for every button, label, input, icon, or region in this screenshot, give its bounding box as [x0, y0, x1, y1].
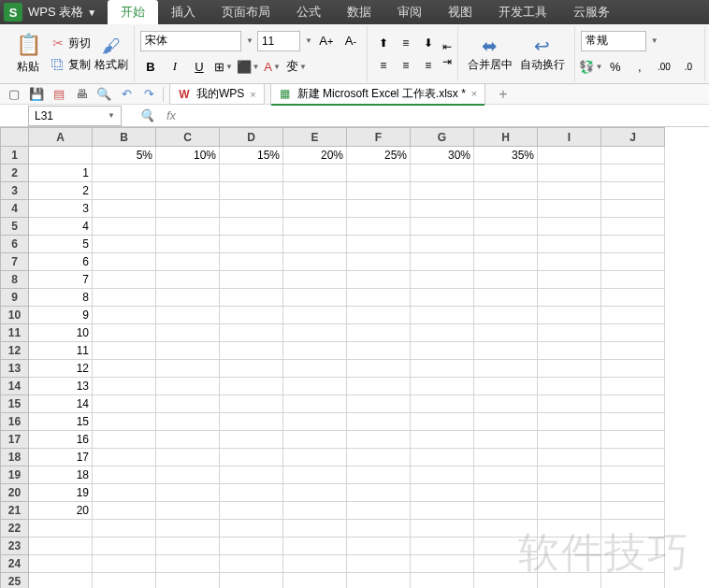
cell[interactable] [283, 200, 347, 218]
row-header[interactable]: 19 [1, 466, 29, 484]
cell[interactable]: 17 [29, 449, 93, 466]
cell[interactable] [93, 360, 156, 378]
cell[interactable] [474, 538, 538, 555]
menu-tab-developer[interactable]: 开发工具 [485, 0, 560, 24]
cell[interactable] [474, 573, 538, 589]
cell[interactable] [538, 538, 601, 555]
column-header[interactable]: H [474, 128, 538, 147]
cell[interactable] [411, 165, 474, 182]
menu-tab-review[interactable]: 审阅 [384, 0, 435, 24]
cell[interactable] [93, 502, 156, 520]
cell[interactable] [93, 289, 156, 307]
cell[interactable] [411, 431, 474, 449]
cell[interactable] [347, 573, 411, 589]
cell[interactable] [220, 165, 283, 182]
cell[interactable] [220, 555, 283, 573]
cell[interactable] [283, 502, 347, 520]
bold-button[interactable]: B [140, 56, 161, 77]
cell[interactable] [411, 253, 474, 271]
cell[interactable] [220, 538, 283, 555]
cell[interactable] [411, 289, 474, 307]
doc-tab-current[interactable]: ▦ 新建 Microsoft Excel 工作表.xlsx * × [270, 83, 485, 106]
cell[interactable] [220, 484, 283, 502]
name-box[interactable]: L31 ▼ [28, 106, 122, 126]
cell[interactable] [411, 466, 474, 484]
cell[interactable] [156, 236, 220, 253]
cell[interactable] [93, 520, 156, 538]
cell[interactable] [220, 466, 283, 484]
cell[interactable] [347, 218, 411, 236]
menu-tab-insert[interactable]: 插入 [158, 0, 209, 24]
row-header[interactable]: 20 [1, 484, 29, 502]
cell[interactable]: 3 [29, 200, 93, 218]
export-pdf-icon[interactable]: ▤ [51, 86, 67, 103]
currency-button[interactable]: 💱▼ [581, 56, 601, 77]
cell[interactable]: 20% [283, 147, 347, 165]
cell[interactable] [93, 342, 156, 360]
cell[interactable] [411, 360, 474, 378]
cell[interactable] [474, 218, 538, 236]
row-header[interactable]: 21 [1, 502, 29, 520]
copy-button[interactable]: ⿻ 复制 [47, 55, 94, 75]
cell[interactable] [601, 147, 665, 165]
cell[interactable] [156, 502, 220, 520]
cell[interactable] [93, 555, 156, 573]
cell[interactable] [601, 520, 665, 538]
cell[interactable] [283, 538, 347, 555]
row-header[interactable]: 11 [1, 324, 29, 342]
row-header[interactable]: 12 [1, 342, 29, 360]
cell[interactable] [538, 395, 601, 413]
cell[interactable]: 9 [29, 307, 93, 324]
cell[interactable]: 1 [29, 165, 93, 182]
cell[interactable] [93, 253, 156, 271]
cell[interactable] [156, 360, 220, 378]
cell[interactable] [220, 342, 283, 360]
cell[interactable] [220, 395, 283, 413]
cell[interactable] [93, 449, 156, 466]
cell[interactable] [474, 342, 538, 360]
cell[interactable] [93, 538, 156, 555]
cell[interactable] [538, 502, 601, 520]
cell[interactable] [156, 200, 220, 218]
cell[interactable] [601, 271, 665, 289]
cell[interactable] [283, 236, 347, 253]
cell[interactable] [93, 165, 156, 182]
cell[interactable] [601, 466, 665, 484]
cell[interactable] [156, 253, 220, 271]
cell[interactable] [283, 484, 347, 502]
cell[interactable] [538, 271, 601, 289]
cell[interactable]: 14 [29, 395, 93, 413]
cell[interactable] [156, 573, 220, 589]
cell[interactable] [347, 253, 411, 271]
cell[interactable] [93, 307, 156, 324]
cell[interactable] [156, 271, 220, 289]
cell[interactable] [156, 342, 220, 360]
increase-font-button[interactable]: A+ [316, 31, 337, 51]
cell[interactable] [538, 147, 601, 165]
cell[interactable] [220, 253, 283, 271]
row-header[interactable]: 22 [1, 520, 29, 538]
cell[interactable]: 12 [29, 360, 93, 378]
column-header[interactable]: B [93, 128, 156, 147]
cell[interactable] [347, 360, 411, 378]
border-button[interactable]: ⊞▼ [213, 56, 234, 77]
cell[interactable] [283, 165, 347, 182]
cell[interactable] [283, 182, 347, 200]
cell[interactable] [347, 555, 411, 573]
cell[interactable] [283, 360, 347, 378]
row-header[interactable]: 5 [1, 218, 29, 236]
column-header[interactable]: E [283, 128, 347, 147]
paste-button[interactable]: 📋 粘贴 [9, 27, 47, 81]
cell[interactable] [411, 502, 474, 520]
cell[interactable] [474, 449, 538, 466]
column-header[interactable]: D [220, 128, 283, 147]
cell[interactable] [283, 218, 347, 236]
row-header[interactable]: 16 [1, 413, 29, 431]
cell[interactable]: 15 [29, 413, 93, 431]
cell[interactable] [474, 236, 538, 253]
cell[interactable] [220, 573, 283, 589]
cell[interactable] [411, 271, 474, 289]
cell[interactable] [347, 324, 411, 342]
row-header[interactable]: 13 [1, 360, 29, 378]
fx-icon[interactable]: fx [163, 108, 180, 124]
